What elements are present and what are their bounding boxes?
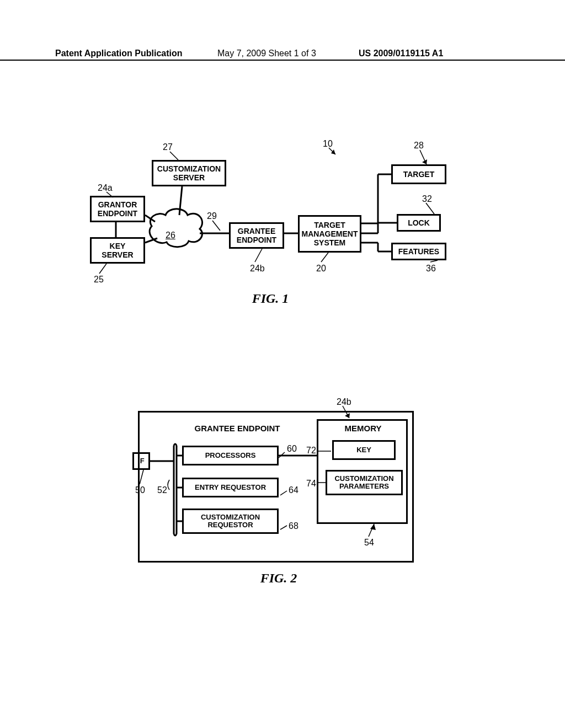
svg-line-19: [255, 249, 262, 262]
svg-line-22: [426, 203, 434, 214]
svg-marker-43: [370, 524, 376, 530]
figure-2: GRANTEE ENDPOINT MEMORY IF PROCESSORS EN…: [127, 403, 425, 596]
page-header: Patent Application Publication May 7, 20…: [0, 49, 565, 61]
svg-line-21: [430, 260, 438, 262]
svg-line-17: [99, 264, 106, 274]
fig2-overlay: [127, 403, 436, 596]
svg-line-34: [140, 470, 143, 484]
figure-1: CUSTOMIZATIONSERVER GRANTORENDPOINT KEYS…: [86, 132, 472, 314]
svg-line-15: [170, 152, 178, 160]
svg-line-37: [280, 526, 287, 529]
fig1-caption: FIG. 1: [237, 291, 303, 306]
svg-line-16: [106, 192, 113, 197]
svg-line-36: [280, 491, 287, 495]
svg-line-0: [179, 186, 182, 215]
svg-line-18: [212, 221, 220, 231]
header-center: May 7, 2009 Sheet 1 of 3: [217, 49, 316, 58]
fig2-caption: FIG. 2: [246, 571, 312, 586]
header-left: Patent Application Publication: [55, 49, 183, 58]
svg-line-20: [321, 253, 328, 262]
fig1-overlay: [86, 132, 472, 314]
header-right: US 2009/0119115 A1: [359, 49, 443, 58]
